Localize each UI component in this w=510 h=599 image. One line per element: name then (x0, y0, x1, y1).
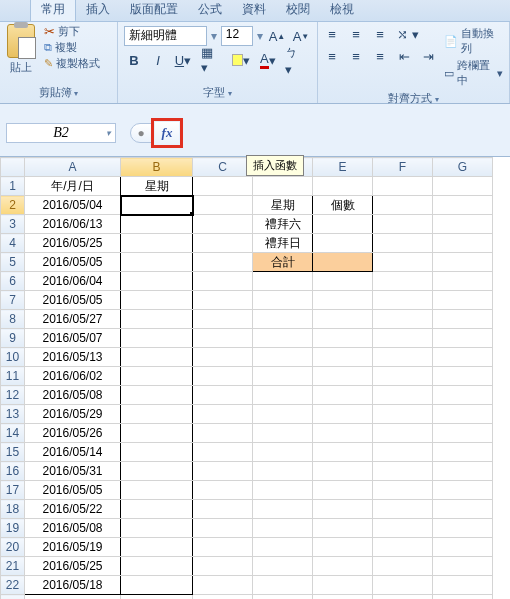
row-header-20[interactable]: 20 (1, 538, 25, 557)
cell-A3[interactable]: 2016/06/13 (25, 215, 121, 234)
align-top-button[interactable]: ≡ (322, 24, 342, 44)
col-header-F[interactable]: F (373, 158, 433, 177)
cell-B14[interactable] (121, 424, 193, 443)
cell-B8[interactable] (121, 310, 193, 329)
indent-decrease-button[interactable]: ⇤ (394, 46, 414, 66)
cell-C9[interactable] (193, 329, 253, 348)
cell-A6[interactable]: 2016/06/04 (25, 272, 121, 291)
cell-F23[interactable] (373, 595, 433, 600)
cell-C4[interactable] (193, 234, 253, 253)
cell-E21[interactable] (313, 557, 373, 576)
cell-E23[interactable] (313, 595, 373, 600)
tab-formulas[interactable]: 公式 (188, 0, 232, 21)
cell-C16[interactable] (193, 462, 253, 481)
cell-A9[interactable]: 2016/05/07 (25, 329, 121, 348)
name-box[interactable]: B2 (6, 123, 116, 143)
cell-D13[interactable] (253, 405, 313, 424)
bold-button[interactable]: B (124, 50, 144, 70)
cell-E4[interactable] (313, 234, 373, 253)
cell-B19[interactable] (121, 519, 193, 538)
cell-D4[interactable]: 禮拜日 (253, 234, 313, 253)
cell-C17[interactable] (193, 481, 253, 500)
cell-E2[interactable]: 個數 (313, 196, 373, 215)
cell-D18[interactable] (253, 500, 313, 519)
row-header-23[interactable]: 23 (1, 595, 25, 600)
cell-G16[interactable] (433, 462, 493, 481)
cell-B5[interactable] (121, 253, 193, 272)
cell-C12[interactable] (193, 386, 253, 405)
cell-G5[interactable] (433, 253, 493, 272)
cell-A4[interactable]: 2016/05/25 (25, 234, 121, 253)
cell-D5[interactable]: 合計 (253, 253, 313, 272)
row-header-21[interactable]: 21 (1, 557, 25, 576)
cell-G6[interactable] (433, 272, 493, 291)
cell-E16[interactable] (313, 462, 373, 481)
font-color-button[interactable]: A ▾ (257, 50, 278, 70)
italic-button[interactable]: I (148, 50, 168, 70)
cell-C2[interactable] (193, 196, 253, 215)
cell-D21[interactable] (253, 557, 313, 576)
cell-G20[interactable] (433, 538, 493, 557)
orientation-button[interactable]: ⤭ ▾ (394, 24, 422, 44)
cell-E14[interactable] (313, 424, 373, 443)
cell-G3[interactable] (433, 215, 493, 234)
cell-A18[interactable]: 2016/05/22 (25, 500, 121, 519)
copy-button[interactable]: ⧉複製 (42, 40, 102, 55)
row-header-12[interactable]: 12 (1, 386, 25, 405)
font-size-select[interactable]: 12 (221, 26, 253, 46)
cell-E9[interactable] (313, 329, 373, 348)
insert-function-button[interactable]: fx (155, 122, 179, 144)
cell-G17[interactable] (433, 481, 493, 500)
tab-data[interactable]: 資料 (232, 0, 276, 21)
cell-D9[interactable] (253, 329, 313, 348)
align-middle-button[interactable]: ≡ (346, 24, 366, 44)
cell-A8[interactable]: 2016/05/27 (25, 310, 121, 329)
cell-F8[interactable] (373, 310, 433, 329)
row-header-5[interactable]: 5 (1, 253, 25, 272)
cell-E22[interactable] (313, 576, 373, 595)
cell-F22[interactable] (373, 576, 433, 595)
cell-B18[interactable] (121, 500, 193, 519)
spreadsheet-grid[interactable]: A B C D E F G 1年/月/日星期22016/05/04星期個數320… (0, 157, 493, 599)
cell-G13[interactable] (433, 405, 493, 424)
row-header-19[interactable]: 19 (1, 519, 25, 538)
cell-G22[interactable] (433, 576, 493, 595)
cell-F5[interactable] (373, 253, 433, 272)
cell-E13[interactable] (313, 405, 373, 424)
cell-G14[interactable] (433, 424, 493, 443)
cell-E11[interactable] (313, 367, 373, 386)
cell-B3[interactable] (121, 215, 193, 234)
cell-F14[interactable] (373, 424, 433, 443)
align-center-button[interactable]: ≡ (346, 46, 366, 66)
cell-E1[interactable] (313, 177, 373, 196)
tab-layout[interactable]: 版面配置 (120, 0, 188, 21)
cell-D6[interactable] (253, 272, 313, 291)
cell-C13[interactable] (193, 405, 253, 424)
cell-G12[interactable] (433, 386, 493, 405)
underline-button[interactable]: U ▾ (172, 50, 194, 70)
cell-C19[interactable] (193, 519, 253, 538)
row-header-6[interactable]: 6 (1, 272, 25, 291)
cell-B22[interactable] (121, 576, 193, 595)
cell-D23[interactable] (253, 595, 313, 600)
cell-A21[interactable]: 2016/05/25 (25, 557, 121, 576)
cell-D20[interactable] (253, 538, 313, 557)
cell-F1[interactable] (373, 177, 433, 196)
cell-A12[interactable]: 2016/05/08 (25, 386, 121, 405)
cell-A13[interactable]: 2016/05/29 (25, 405, 121, 424)
row-header-18[interactable]: 18 (1, 500, 25, 519)
cell-E20[interactable] (313, 538, 373, 557)
cell-B1[interactable]: 星期 (121, 177, 193, 196)
cell-A2[interactable]: 2016/05/04 (25, 196, 121, 215)
fill-handle[interactable] (190, 212, 193, 215)
cell-G2[interactable] (433, 196, 493, 215)
cell-F11[interactable] (373, 367, 433, 386)
col-header-E[interactable]: E (313, 158, 373, 177)
cell-A5[interactable]: 2016/05/05 (25, 253, 121, 272)
cell-C18[interactable] (193, 500, 253, 519)
cell-B13[interactable] (121, 405, 193, 424)
cell-G21[interactable] (433, 557, 493, 576)
cell-C22[interactable] (193, 576, 253, 595)
cell-C21[interactable] (193, 557, 253, 576)
cell-G18[interactable] (433, 500, 493, 519)
